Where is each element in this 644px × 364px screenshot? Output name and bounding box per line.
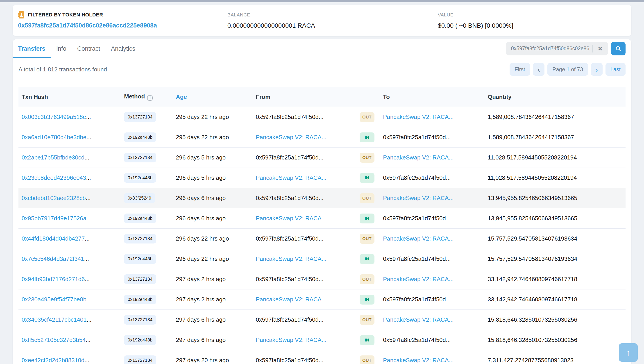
hash-ellipsis: ... [84, 154, 90, 161]
hash-ellipsis: ... [85, 276, 90, 282]
from-address-link[interactable]: PancakeSwap V2: RACA... [256, 215, 326, 222]
total-transactions-text: A total of 1,812 transactions found [18, 66, 107, 73]
pagination: First ‹ Page 1 of 73 › Last [510, 63, 626, 76]
header-from: From [253, 87, 354, 107]
method-badge: 0x192e448b [124, 214, 156, 223]
direction-badge: IN [360, 254, 374, 264]
scroll-to-top-button[interactable]: ↑ [619, 343, 638, 362]
age-text: 296 days 6 hrs ago [176, 194, 226, 201]
age-sort-link[interactable]: Age [176, 94, 187, 100]
to-address-link[interactable]: PancakeSwap V2: RACA... [383, 114, 454, 120]
pagination-first-button[interactable]: First [510, 63, 530, 76]
hash-ellipsis: ... [86, 174, 91, 181]
search-icon [615, 46, 622, 52]
txn-hash-link[interactable]: 0xa6ad10e780d4be3dbe [22, 134, 86, 140]
method-badge: 0x13727134 [124, 153, 156, 162]
transfers-table: Txn Hash Methodi Age From To Quantity 0x… [18, 87, 626, 364]
table-row: 0xa6ad10e780d4be3dbe... 0x192e448b 295 d… [18, 127, 626, 148]
search-button[interactable] [611, 42, 626, 56]
direction-badge: IN [360, 294, 374, 304]
method-badge: 0x13727134 [124, 234, 156, 244]
age-text: 297 days 6 hrs ago [176, 316, 226, 323]
hash-ellipsis: ... [86, 296, 92, 303]
table-row: 0x7c5c546d4d3a72f341... 0x192e448b 296 d… [18, 249, 626, 269]
txn-hash-link[interactable]: 0xcbdebd102aee2328cb [22, 194, 86, 201]
value-section: VALUE $0.00 ( ~0 BNB) [0.0000%] [427, 5, 632, 36]
direction-badge: OUT [360, 356, 374, 364]
quantity-value: 33,142,942.746460809746617718 [488, 296, 577, 303]
quantity-value: 13,945,955.825465066349513665 [488, 215, 577, 222]
to-address: 0x597fa8fc25a1d74f50d... [383, 256, 451, 262]
quantity-value: 11,028,517.589445055208220194 [488, 154, 577, 161]
clear-search-icon[interactable]: ✕ [596, 45, 604, 52]
hash-ellipsis: ... [84, 256, 89, 262]
token-holder-address-link[interactable]: 0x597fa8fc25a1d74f50d86c02e86accd225e890… [18, 22, 157, 29]
txn-hash-link[interactable]: 0x23cb8deed42396e043 [22, 174, 86, 181]
txn-hash-link[interactable]: 0xee42cf2d2d2b88310d [22, 357, 84, 364]
arrow-up-icon: ↑ [626, 348, 630, 358]
pagination-next-button[interactable]: › [591, 63, 602, 76]
to-address-link[interactable]: PancakeSwap V2: RACA... [383, 154, 454, 161]
to-address-link[interactable]: PancakeSwap V2: RACA... [383, 276, 454, 282]
info-icon[interactable]: i [147, 95, 153, 101]
txn-hash-link[interactable]: 0x230a495e9f54f77be8b [22, 296, 86, 303]
to-address: 0x597fa8fc25a1d74f50d... [383, 134, 451, 140]
direction-badge: IN [360, 335, 374, 345]
quantity-value: 1,589,008.784364264417158367 [488, 134, 574, 140]
to-address-link[interactable]: PancakeSwap V2: RACA... [383, 235, 454, 242]
txn-hash-link[interactable]: 0x94fb93bd7176d271d6 [22, 276, 85, 282]
from-address-link[interactable]: PancakeSwap V2: RACA... [256, 174, 326, 181]
from-address-link[interactable]: PancakeSwap V2: RACA... [256, 336, 326, 343]
table-row: 0x94fb93bd7176d271d6... 0x13727134 297 d… [18, 269, 626, 290]
from-address-link[interactable]: PancakeSwap V2: RACA... [256, 134, 326, 140]
header-txn-hash: Txn Hash [18, 87, 121, 107]
transfers-card: Transfers Info Contract Analytics ✕ [12, 39, 632, 364]
txn-hash-link[interactable]: 0xff5c527105c327d3b54 [22, 336, 86, 343]
to-address-link[interactable]: PancakeSwap V2: RACA... [383, 316, 454, 323]
method-badge: 0x13727134 [124, 274, 156, 284]
direction-badge: OUT [360, 153, 374, 163]
txn-hash-link[interactable]: 0x2abe17b55bfbde30cd [22, 154, 84, 161]
from-address: 0x597fa8fc25a1d74f50d... [256, 114, 324, 120]
quantity-value: 33,142,942.746460809746617718 [488, 276, 577, 282]
direction-badge: OUT [360, 274, 374, 284]
age-text: 295 days 22 hrs ago [176, 114, 229, 120]
table-header-row: Txn Hash Methodi Age From To Quantity [18, 87, 626, 107]
hash-ellipsis: ... [84, 357, 90, 364]
quantity-value: 15,818,646.328501073255030256 [488, 336, 577, 343]
tab-transfers[interactable]: Transfers [12, 39, 51, 58]
method-badge: 0x83f25249 [124, 193, 155, 203]
age-text: 296 days 5 hrs ago [176, 154, 226, 161]
from-address-link[interactable]: PancakeSwap V2: RACA... [256, 256, 326, 262]
hash-ellipsis: ... [86, 336, 90, 343]
from-address-link[interactable]: PancakeSwap V2: RACA... [256, 296, 326, 303]
table-row: 0xcbdebd102aee2328cb... 0x83f25249 296 d… [18, 188, 626, 208]
tab-contract[interactable]: Contract [72, 39, 106, 58]
txn-hash-link[interactable]: 0x003c3b3763499a518e [22, 114, 86, 120]
txn-hash-link[interactable]: 0x34035cf42117cbc1401 [22, 316, 87, 323]
token-holder-summary-card: FILTERED BY TOKEN HOLDER 0x597fa8fc25a1d… [12, 5, 632, 36]
tab-info[interactable]: Info [51, 39, 72, 58]
pagination-prev-button[interactable]: ‹ [533, 63, 544, 76]
table-toolbar: A total of 1,812 transactions found Firs… [12, 58, 632, 81]
txn-hash-link[interactable]: 0x44fd180d4d04db4277 [22, 235, 85, 242]
direction-badge: IN [360, 173, 374, 183]
direction-badge: OUT [360, 112, 374, 122]
pagination-last-button[interactable]: Last [606, 63, 626, 76]
txn-hash-link[interactable]: 0x7c5c546d4d3a72f341 [22, 256, 84, 262]
value-value: $0.00 ( ~0 BNB) [0.0000%] [438, 22, 626, 29]
table-row: 0x95bb7917d49e17526a... 0x192e448b 296 d… [18, 208, 626, 229]
quantity-value: 7,311,427.274287755680913023 [488, 357, 574, 364]
age-text: 297 days 2 hrs ago [176, 276, 226, 282]
to-address-link[interactable]: PancakeSwap V2: RACA... [383, 194, 454, 201]
txn-hash-link[interactable]: 0x95bb7917d49e17526a [22, 215, 86, 222]
tabbar: Transfers Info Contract Analytics ✕ [12, 39, 632, 58]
tab-analytics[interactable]: Analytics [106, 39, 141, 58]
age-text: 297 days 2 hrs ago [176, 296, 226, 303]
filter-section: FILTERED BY TOKEN HOLDER 0x597fa8fc25a1d… [12, 5, 217, 36]
search-input[interactable] [511, 46, 591, 52]
quantity-value: 15,757,529.547058134076193634 [488, 235, 577, 242]
table-row: 0x2abe17b55bfbde30cd... 0x13727134 296 d… [18, 148, 626, 168]
to-address-link[interactable]: PancakeSwap V2: RACA... [383, 357, 454, 364]
method-badge: 0x192e448b [124, 294, 156, 304]
